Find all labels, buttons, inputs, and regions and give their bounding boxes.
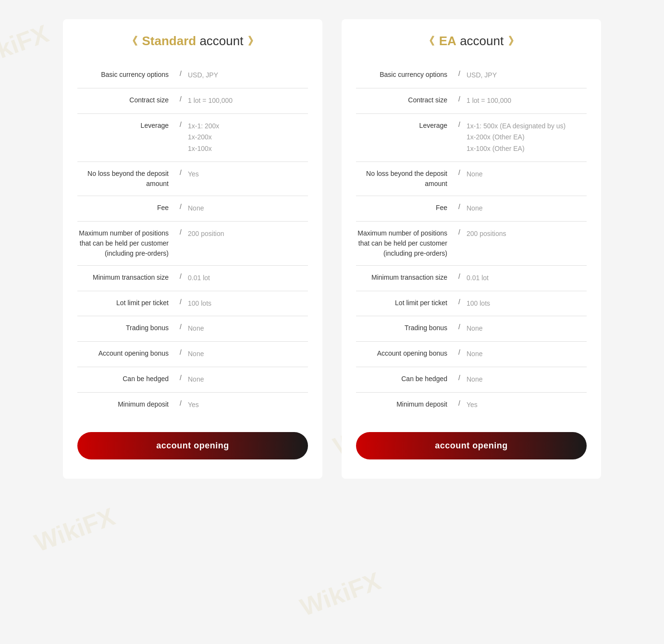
row-separator: / — [452, 95, 467, 103]
row-value: Yes — [188, 169, 308, 180]
row-separator: / — [452, 298, 467, 306]
row-value: None — [467, 348, 587, 360]
row-separator: / — [173, 374, 188, 382]
row-value: 100 lots — [467, 298, 587, 310]
table-row: Lot limit per ticket/100 lots — [77, 291, 308, 317]
table-row: Can be hedged/None — [77, 367, 308, 393]
row-separator: / — [452, 399, 467, 407]
ea-account-opening-button[interactable]: account opening — [356, 432, 587, 459]
row-separator: / — [452, 374, 467, 382]
ea-title-suffix: account — [456, 34, 504, 48]
row-label: Leverage — [77, 121, 173, 131]
table-row: Can be hedged/None — [356, 367, 587, 393]
row-separator: / — [173, 399, 188, 407]
row-separator: / — [173, 298, 188, 306]
row-label: Fee — [356, 203, 452, 213]
table-row: Fee/None — [356, 196, 587, 222]
table-row: Leverage/1x-1: 200x1x-200x1x-100x — [77, 114, 308, 162]
row-label: Fee — [77, 203, 173, 213]
ea-table: Basic currency options/USD, JPYContract … — [356, 63, 587, 418]
row-separator: / — [173, 272, 188, 280]
row-value: Yes — [467, 399, 587, 411]
row-value: 1x-1: 200x1x-200x1x-100x — [188, 121, 308, 155]
table-row: Lot limit per ticket/100 lots — [356, 291, 587, 317]
row-separator: / — [173, 169, 188, 176]
table-row: Account opening bonus/None — [356, 342, 587, 367]
row-label: Minimum transaction size — [356, 272, 452, 283]
row-value: USD, JPY — [467, 70, 587, 81]
row-value: 1x-1: 500x (EA designated by us)1x-200x … — [467, 121, 587, 155]
table-row: No loss beyond the deposit amount/Yes — [77, 162, 308, 196]
row-label: Contract size — [356, 95, 452, 105]
row-separator: / — [452, 203, 467, 211]
table-row: Maximum number of positions that can be … — [77, 222, 308, 266]
row-separator: / — [173, 121, 188, 128]
row-value: 1 lot = 100,000 — [188, 95, 308, 107]
row-separator: / — [452, 169, 467, 176]
row-value: 0.01 lot — [467, 272, 587, 284]
row-label: Trading bonus — [356, 323, 452, 333]
row-separator: / — [173, 203, 188, 211]
row-separator: / — [452, 228, 467, 236]
row-separator: / — [452, 121, 467, 128]
row-value: None — [467, 203, 587, 214]
standard-account-opening-button[interactable]: account opening — [77, 432, 308, 459]
row-value: None — [467, 374, 587, 385]
table-row: Minimum deposit/Yes — [77, 393, 308, 418]
row-value: 0.01 lot — [188, 272, 308, 284]
table-row: Minimum transaction size/0.01 lot — [77, 266, 308, 291]
ea-card-title: 《 EA account 》 — [356, 34, 587, 49]
standard-title-suffix: account — [196, 34, 243, 48]
row-label: Maximum number of positions that can be … — [77, 228, 173, 259]
row-value: None — [188, 323, 308, 334]
row-separator: / — [173, 95, 188, 103]
row-label: Minimum transaction size — [77, 272, 173, 283]
row-label: Minimum deposit — [356, 399, 452, 409]
row-separator: / — [173, 323, 188, 331]
row-separator: / — [452, 70, 467, 77]
standard-table: Basic currency options/USD, JPYContract … — [77, 63, 308, 418]
chevron-left-icon: 《 — [127, 34, 137, 49]
ea-title: EA account — [439, 34, 504, 49]
row-label: Contract size — [77, 95, 173, 105]
ea-title-prefix: EA — [439, 34, 456, 48]
row-separator: / — [452, 348, 467, 356]
standard-title-prefix: Standard — [142, 34, 197, 48]
row-value: None — [467, 169, 587, 180]
row-label: Leverage — [356, 121, 452, 131]
row-value: None — [467, 323, 587, 334]
row-label: Account opening bonus — [77, 348, 173, 359]
row-value: 100 lots — [188, 298, 308, 310]
row-value: None — [188, 374, 308, 385]
table-row: Minimum deposit/Yes — [356, 393, 587, 418]
row-value: None — [188, 203, 308, 214]
table-row: Basic currency options/USD, JPY — [77, 63, 308, 88]
standard-card-title: 《 Standard account 》 — [77, 34, 308, 49]
row-value: None — [188, 348, 308, 360]
row-separator: / — [173, 228, 188, 236]
row-label: No loss beyond the deposit amount — [77, 169, 173, 189]
row-label: Lot limit per ticket — [356, 298, 452, 308]
ea-chevron-left-icon: 《 — [424, 34, 434, 49]
row-label: Trading bonus — [77, 323, 173, 333]
table-row: Trading bonus/None — [77, 316, 308, 342]
row-label: Lot limit per ticket — [77, 298, 173, 308]
row-label: Can be hedged — [356, 374, 452, 384]
row-label: Basic currency options — [77, 70, 173, 80]
row-value: Yes — [188, 399, 308, 411]
row-separator: / — [452, 323, 467, 331]
table-row: Contract size/1 lot = 100,000 — [356, 88, 587, 114]
table-row: No loss beyond the deposit amount/None — [356, 162, 587, 196]
table-row: Account opening bonus/None — [77, 342, 308, 367]
row-label: No loss beyond the deposit amount — [356, 169, 452, 189]
row-label: Basic currency options — [356, 70, 452, 80]
row-value: 200 positions — [467, 228, 587, 240]
page-wrapper: 《 Standard account 》 Basic currency opti… — [10, 19, 654, 479]
row-value: USD, JPY — [188, 70, 308, 81]
ea-account-card: 《 EA account 》 Basic currency options/US… — [342, 19, 601, 479]
table-row: Basic currency options/USD, JPY — [356, 63, 587, 88]
table-row: Minimum transaction size/0.01 lot — [356, 266, 587, 291]
table-row: Contract size/1 lot = 100,000 — [77, 88, 308, 114]
table-row: Fee/None — [77, 196, 308, 222]
chevron-right-icon: 》 — [248, 34, 258, 49]
